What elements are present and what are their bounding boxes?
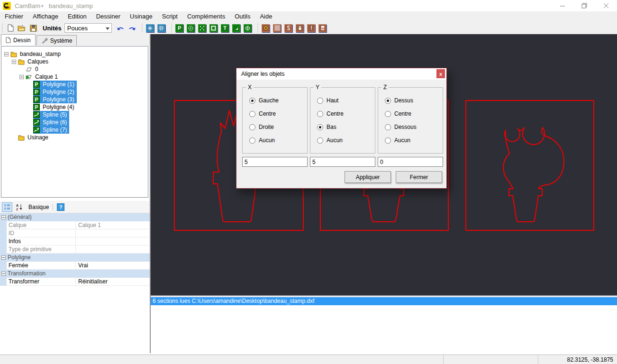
tree-node-spline6[interactable]: Spline (6) (1, 118, 148, 126)
svg-text:P: P (35, 97, 38, 102)
property-value[interactable] (76, 237, 150, 246)
radio-y-aucun[interactable]: Aucun (317, 137, 375, 144)
draw-circle-button[interactable] (186, 23, 196, 33)
categorized-view-button[interactable] (2, 202, 12, 212)
toolbar-grip[interactable] (170, 24, 173, 32)
tree-node-polyligne4[interactable]: P Polyligne (4) (1, 103, 148, 111)
radio-icon (249, 111, 255, 117)
menu-dessiner[interactable]: Dessiner (91, 11, 125, 22)
status-message: 6 sections lues C:\Users\amandine\Deskto… (153, 298, 315, 304)
svg-text:A: A (16, 204, 18, 207)
radio-x-centre[interactable]: Centre (249, 110, 307, 117)
radio-y-bas[interactable]: Bas (317, 124, 375, 130)
property-value[interactable]: Réinitialiser (76, 278, 150, 286)
undo-button[interactable] (116, 23, 126, 33)
radio-icon (317, 98, 323, 104)
save-button[interactable] (28, 23, 38, 33)
toolbar-grip[interactable] (256, 24, 259, 32)
snap-point-button[interactable] (145, 23, 155, 33)
group-x-label: X (246, 84, 254, 91)
menu-outils[interactable]: Outils (230, 11, 255, 22)
open-file-button[interactable] (17, 23, 27, 33)
tree-node-layer0[interactable]: 0 (1, 65, 148, 73)
tree-node-polyligne3[interactable]: P Polyligne (3) (1, 96, 148, 103)
tree-node-calque1[interactable]: Calque 1 (1, 73, 148, 81)
close-button[interactable] (595, 0, 617, 11)
mop-drill-button[interactable] (306, 23, 317, 33)
radio-z-dessous[interactable]: Dessous (385, 124, 443, 130)
restore-button[interactable] (573, 0, 595, 11)
draw-points-button[interactable] (197, 23, 208, 33)
menu-aide[interactable]: Aide (255, 11, 277, 22)
new-file-button[interactable] (5, 23, 16, 33)
y-offset-input[interactable] (310, 157, 375, 167)
tree-node-label: Spline (5) (42, 111, 68, 118)
property-value[interactable]: Vrai (76, 262, 150, 270)
collapse-toggle[interactable] (12, 60, 16, 64)
tab-dessin[interactable]: Dessin (1, 34, 36, 46)
panel-tabs: Dessin Système (0, 34, 150, 46)
radio-y-haut[interactable]: Haut (317, 97, 375, 104)
radio-x-aucun[interactable]: Aucun (249, 137, 307, 144)
view-mode-label[interactable]: Basique (28, 204, 49, 210)
redo-button[interactable] (127, 23, 137, 33)
radio-y-centre[interactable]: Centre (317, 110, 375, 117)
tree-node-label: Usinage (27, 134, 49, 141)
dialog-close-button[interactable]: x (436, 69, 445, 78)
menu-fichier[interactable]: Fichier (0, 11, 28, 22)
apply-button[interactable]: Appliquer (345, 171, 391, 183)
radio-z-dessus[interactable]: Dessus (385, 97, 443, 104)
collapse-toggle[interactable] (4, 52, 9, 56)
units-combobox[interactable]: Pouces (64, 23, 112, 33)
draw-surface-button[interactable] (243, 23, 253, 33)
property-value[interactable]: Calque 1 (76, 221, 150, 229)
snap-grid-button[interactable] (156, 23, 167, 33)
gcode-file-button[interactable]: NC (318, 23, 328, 33)
radio-icon (249, 98, 255, 104)
x-offset-input[interactable] (242, 157, 308, 167)
dialog-title-bar[interactable]: Aligner les objets x (236, 68, 446, 80)
tree-node-spline5[interactable]: Spline (5) (1, 111, 148, 118)
minimize-button[interactable] (552, 0, 573, 11)
mop-engrave-button[interactable] (283, 23, 294, 33)
property-value[interactable] (76, 246, 150, 254)
toolbar-grip[interactable] (141, 24, 144, 32)
property-category[interactable]: Transformation (0, 270, 150, 278)
menu-affichage[interactable]: Affichage (28, 11, 63, 22)
alphabetical-sort-button[interactable]: AZ (14, 202, 25, 212)
mop-pocket-button[interactable] (272, 23, 282, 33)
menu-edition[interactable]: Edition (63, 11, 91, 22)
status-segment-coordinates: 82.3125, -38.1875 (538, 355, 617, 364)
z-offset-input[interactable] (378, 157, 443, 167)
tree-node-spline7[interactable]: Spline (7) (1, 126, 148, 134)
property-category[interactable]: (Général) (0, 213, 150, 221)
draw-polyline-button[interactable]: P (174, 23, 185, 33)
radio-z-aucun[interactable]: Aucun (385, 137, 443, 144)
menu-usinage[interactable]: Usinage (125, 11, 157, 22)
tree-node-root[interactable]: bandeau_stamp (1, 50, 148, 58)
draw-arc-button[interactable] (231, 23, 242, 33)
tree-node-calques[interactable]: Calques (1, 58, 148, 65)
status-segment-middle (444, 355, 538, 364)
mop-3d-profile-button[interactable] (295, 23, 305, 33)
draw-text-button[interactable]: T (220, 23, 230, 33)
svg-text:Z: Z (16, 208, 18, 211)
draw-rectangle-button[interactable] (209, 23, 219, 33)
radio-x-droite[interactable]: Droite (249, 124, 307, 130)
help-icon[interactable]: ? (57, 203, 64, 211)
mop-profile-button[interactable] (261, 23, 271, 33)
svg-text:P: P (35, 90, 38, 95)
collapse-toggle[interactable] (19, 75, 24, 79)
tree-node-polyligne1[interactable]: P Polyligne (1) (1, 81, 148, 88)
tree-node-usinage[interactable]: Usinage (1, 134, 148, 141)
property-category[interactable]: Polyligne (0, 254, 150, 262)
menu-complements[interactable]: Compléments (182, 11, 230, 22)
fermer-button[interactable]: Fermer (396, 171, 442, 183)
radio-x-gauche[interactable]: Gauche (249, 97, 307, 104)
radio-z-centre[interactable]: Centre (385, 110, 443, 117)
tree-node-polyligne2[interactable]: P Polyligne (2) (1, 88, 148, 96)
toolbar-grip[interactable] (1, 24, 4, 32)
tab-systeme[interactable]: Système (36, 35, 77, 46)
menu-script[interactable]: Script (157, 11, 182, 22)
property-value[interactable] (76, 229, 150, 237)
